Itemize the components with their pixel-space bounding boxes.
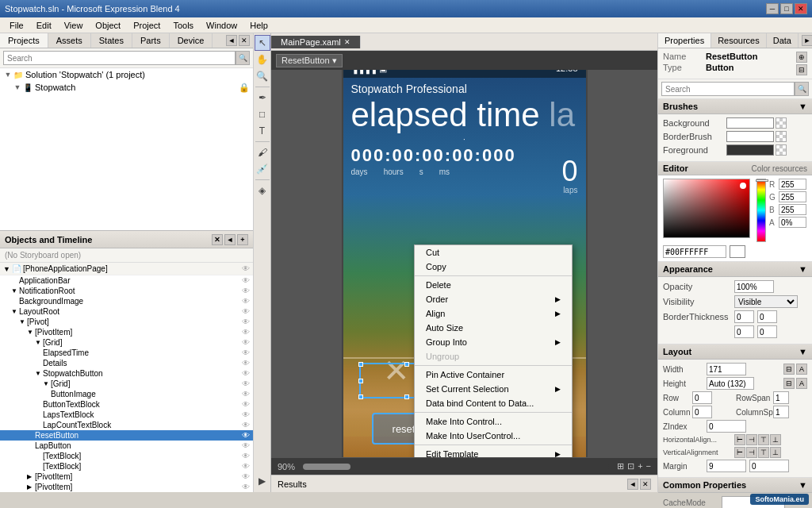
pivotitem2-expand[interactable]: ▶ [27,473,35,480]
panel-add-button[interactable]: + [237,234,248,245]
menu-help[interactable]: Help [243,19,274,32]
tree-pivotitem1[interactable]: ▼ [PivotItem] 👁 [0,327,253,337]
search-input[interactable] [3,51,236,65]
tree-lapbutton[interactable]: LapButton 👁 [0,441,253,451]
shape-tool[interactable]: □ [255,106,270,122]
layoutroot-expand[interactable]: ▼ [11,308,19,315]
col-input[interactable] [692,406,712,418]
ctx-edit-template[interactable]: Edit Template ▶ [415,447,572,457]
tree-pivotitem3[interactable]: ▶ [PivotItem] 👁 [0,482,253,492]
eye-grid1[interactable]: 👁 [242,338,250,347]
zindex-input[interactable] [707,420,746,433]
tree-btntextblock[interactable]: ButtonTextBlock 👁 [0,399,253,410]
rgba-r-input[interactable] [779,179,806,190]
menu-window[interactable]: Window [200,19,243,32]
ctx-align[interactable]: Align ▶ [415,306,572,321]
tree-appbar[interactable]: ApplicationBar 👁 [0,275,253,286]
tree-lapstextblock[interactable]: LapsTextBlock 👁 [0,410,253,420]
tab-states[interactable]: States [91,33,132,48]
panel-no-storyboard-close[interactable]: ✕ [212,234,223,245]
rgba-a-input[interactable] [779,217,806,228]
handle-tm[interactable] [404,362,409,367]
common-props-header[interactable]: Common Properties ▼ [658,478,812,493]
zoom-out-icon[interactable]: − [646,461,651,471]
eye-bgimage[interactable]: 👁 [242,297,250,306]
tree-grid2[interactable]: ▼ [Grid] 👁 [0,379,253,389]
eye-textblock1[interactable]: 👁 [242,452,250,460]
zoom-fit-icon[interactable]: ⊞ [617,461,624,471]
eye-stopwatchbtn[interactable]: 👁 [242,369,250,378]
eye-page-icon[interactable]: 👁 [242,264,250,273]
pen-tool[interactable]: ✒ [255,90,270,106]
width-auto-btn[interactable]: A [796,364,807,375]
tree-notifroot[interactable]: ▼ NotificationRoot 👁 [0,286,253,296]
eye-details[interactable]: 👁 [242,359,250,368]
zoom-in-icon[interactable]: + [638,461,642,471]
tree-solution[interactable]: ▼ 📁 Solution 'Stopwatch' (1 project) [0,68,253,81]
grid2-expand[interactable]: ▼ [43,380,51,387]
color-gradient[interactable] [663,179,750,238]
grid1-expand[interactable]: ▼ [35,339,43,346]
eye-pivotitem3[interactable]: 👁 [242,483,250,491]
ctx-copy[interactable]: Copy [415,260,572,274]
ctx-pin-container[interactable]: Pin Active Container [415,368,572,382]
eye-textblock2[interactable]: 👁 [242,462,250,471]
ctx-set-selection[interactable]: Set Current Selection ▶ [415,382,572,396]
tree-bgimage[interactable]: BackgroundImage 👁 [0,296,253,306]
maximize-button[interactable]: □ [780,3,793,14]
height-auto-btn[interactable]: A [796,378,807,389]
pivot-expand[interactable]: ▼ [19,318,27,325]
pivotitem1-expand[interactable]: ▼ [27,329,35,336]
halign-left-btn[interactable]: ⊢ [734,434,745,445]
eye-lapstextblock[interactable]: 👁 [242,410,250,419]
margin-r-input[interactable] [749,460,789,472]
name-new-button[interactable]: ⊕ [796,52,807,63]
eye-resetbtn[interactable]: 👁 [242,431,250,440]
eye-pivotitem1[interactable]: 👁 [242,328,250,337]
visibility-dropdown[interactable]: Visible Collapsed [734,295,798,308]
eye-btntextblock[interactable]: 👁 [242,400,250,409]
tab-device[interactable]: Device [170,33,213,48]
tab-projects[interactable]: Projects [0,33,48,48]
valign-center-btn[interactable]: ⊣ [746,447,757,458]
tree-pivotitem2[interactable]: ▶ [PivotItem] 👁 [0,471,253,482]
eye-notifroot[interactable]: 👁 [242,287,250,295]
ctx-order[interactable]: Order ▶ [415,292,572,306]
appearance-section-header[interactable]: Appearance ▼ [658,262,812,277]
brushes-section-header[interactable]: Brushes ▼ [658,99,812,114]
menu-file[interactable]: File [3,19,30,32]
expand-project[interactable]: ▼ [13,83,22,91]
tree-lapcounttextblock[interactable]: LapCountTextBlock 👁 [0,420,253,430]
layout-section-header[interactable]: Layout ▼ [658,344,812,360]
tab-parts[interactable]: Parts [132,33,170,48]
valign-stretch-btn[interactable]: ⊥ [770,447,781,458]
editor-tab-close[interactable]: ✕ [344,38,350,46]
expand-toolbar-button[interactable]: ▶ [255,473,270,489]
handle-ml[interactable] [358,379,363,383]
ctx-make-usercontrol[interactable]: Make Into UserControl... [415,429,572,443]
expand-solution[interactable]: ▼ [3,71,13,79]
ctx-autosize[interactable]: Auto Size [415,321,572,335]
notifroot-expand[interactable]: ▼ [11,287,19,294]
opacity-input[interactable] [734,280,774,293]
valign-top-btn[interactable]: ⊢ [734,447,745,458]
stopwatchbtn-expand[interactable]: ▼ [35,370,43,377]
border-b-input[interactable] [734,325,754,338]
eyedropper-tool[interactable]: 💉 [255,161,270,177]
handle-tl[interactable] [358,362,363,367]
border-r-input[interactable] [757,310,777,323]
right-search-button[interactable]: 🔍 [795,82,809,96]
page-tree-root[interactable]: ▼ 📄 [PhoneApplicationPage] 👁 [0,263,253,275]
tree-project[interactable]: ▼ 📱 Stopwatch 🔒 [0,81,253,94]
tab-assets[interactable]: Assets [48,33,91,48]
menu-edit[interactable]: Edit [30,19,58,32]
eye-elapsed[interactable]: 👁 [242,348,250,357]
text-tool[interactable]: T [255,123,270,139]
valign-bottom-btn[interactable]: ⊤ [758,447,769,458]
ctx-groupinto[interactable]: Group Into ▶ [415,335,572,349]
tree-details[interactable]: Details 👁 [0,358,253,368]
handle-bm[interactable] [404,394,409,399]
zoom-scroll-thumb[interactable] [303,464,350,470]
panel-objects-pin[interactable]: ◄ [224,234,236,245]
width-link-btn[interactable]: ⊟ [783,364,795,375]
